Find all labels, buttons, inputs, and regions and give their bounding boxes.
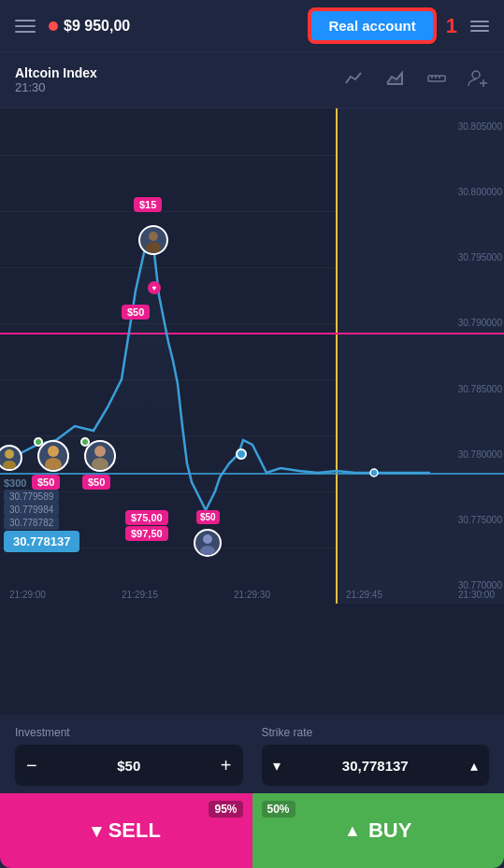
buy-arrow-icon: ▲ <box>344 821 361 841</box>
notification-badge: 1 <box>446 14 457 38</box>
y-label: 30.795000 <box>458 252 502 263</box>
svg-point-10 <box>146 242 161 253</box>
svg-point-11 <box>5 449 14 459</box>
trade-badge-50-spike: $50 <box>122 305 150 320</box>
current-price-box: 30.778137 <box>4 531 79 552</box>
add-person-icon[interactable] <box>467 67 489 93</box>
action-row: 95% ▾ SELL 50% ▲ BUY <box>0 793 504 868</box>
x-label: 21:29:00 <box>9 590 46 600</box>
svg-point-16 <box>92 458 108 470</box>
investment-label: Investment <box>15 726 243 739</box>
y-label: 30.775000 <box>458 515 502 525</box>
strike-rate-up-button[interactable]: ▴ <box>470 757 478 775</box>
real-account-button[interactable]: Real account <box>310 9 434 42</box>
y-label: 30.805000 <box>458 121 502 132</box>
chart-toolbar <box>343 67 489 93</box>
price-stacked-3: 30.778782 <box>4 516 59 530</box>
bottom-controls: Investment − $50 + Strike rate ▾ 30,7781… <box>0 715 504 868</box>
sell-button[interactable]: 95% ▾ SELL <box>0 793 252 868</box>
instrument-time: 21:30 <box>15 80 343 94</box>
sell-percentage: 95% <box>209 801 242 818</box>
avatar-trader-2 <box>37 440 69 472</box>
trade-badge-15: $15 <box>134 197 162 212</box>
chart-area: 30.805000 30.800000 30.795000 30.790000 … <box>0 108 504 604</box>
price-stacked-1: 30.779589 <box>4 490 59 504</box>
buy-button[interactable]: 50% ▲ BUY <box>252 793 505 868</box>
trade-badge-97: $97,50 <box>125 526 168 541</box>
x-axis: 21:29:00 21:29:15 21:29:30 21:29:45 21:3… <box>0 590 504 600</box>
instrument-bar: Altcoin Index 21:30 <box>0 52 504 108</box>
layers-menu-button[interactable] <box>467 17 493 36</box>
x-label: 21:29:30 <box>234 590 270 600</box>
balance-area: $9 950,00 <box>49 18 300 35</box>
trade-badge-50-bottom: $50 <box>196 510 220 524</box>
strike-rate-label: Strike rate <box>262 726 490 739</box>
svg-point-15 <box>94 446 106 457</box>
strike-rate-group: Strike rate ▾ 30,778137 ▴ <box>262 726 490 786</box>
investment-input-row: − $50 + <box>15 745 243 786</box>
svg-point-9 <box>149 232 158 241</box>
trade-badge-50-2: $50 <box>32 475 60 490</box>
strike-rate-input-row: ▾ 30,778137 ▴ <box>262 745 490 786</box>
price-chart-svg <box>0 108 504 604</box>
strike-rate-down-button[interactable]: ▾ <box>273 757 281 775</box>
strike-rate-value: 30,778137 <box>342 758 409 774</box>
ruler-icon[interactable] <box>425 67 448 93</box>
y-label: 30.790000 <box>458 318 502 328</box>
y-label: 30.785000 <box>458 384 502 394</box>
dollar-300-label: $300 <box>4 477 26 489</box>
investment-minus-button[interactable]: − <box>26 756 37 775</box>
area-chart-icon[interactable] <box>384 67 407 93</box>
investment-plus-button[interactable]: + <box>221 756 232 775</box>
line-chart-icon[interactable] <box>343 67 366 93</box>
x-label: 21:29:15 <box>122 590 158 600</box>
svg-rect-0 <box>428 76 445 81</box>
svg-point-17 <box>203 534 212 544</box>
buy-percentage: 50% <box>262 801 295 818</box>
x-label: 21:30:00 <box>458 590 495 600</box>
svg-point-7 <box>237 449 246 459</box>
sell-arrow-icon: ▾ <box>92 819 101 842</box>
avatar-trader-4 <box>194 529 222 557</box>
x-label: 21:29:45 <box>346 590 382 600</box>
svg-point-12 <box>3 461 16 469</box>
price-stacked-2: 30.779984 <box>4 503 59 517</box>
trade-badge-75: $75,00 <box>125 510 168 525</box>
controls-row: Investment − $50 + Strike rate ▾ 30,7781… <box>0 715 504 793</box>
y-label: 30.780000 <box>458 449 502 460</box>
y-label: 30.800000 <box>458 187 502 197</box>
chart-indicator-dot: ♥ <box>148 281 161 294</box>
buy-label: BUY <box>368 818 411 843</box>
svg-point-8 <box>370 469 378 477</box>
investment-group: Investment − $50 + <box>15 726 243 786</box>
trade-badge-50-3: $50 <box>82 475 110 490</box>
green-indicator-2 <box>80 437 90 447</box>
instrument-info: Altcoin Index 21:30 <box>15 65 343 94</box>
instrument-name: Altcoin Index <box>15 65 343 80</box>
avatar-trader-1 <box>138 225 168 255</box>
avatar-trader-3 <box>84 440 116 472</box>
balance-value: $9 950,00 <box>64 18 130 35</box>
app-header: $9 950,00 Real account 1 <box>0 0 504 52</box>
balance-status-dot <box>49 21 58 31</box>
svg-point-4 <box>472 71 480 78</box>
sell-label: SELL <box>108 818 161 843</box>
svg-point-13 <box>48 446 59 457</box>
svg-point-18 <box>200 546 215 555</box>
green-indicator-1 <box>34 437 43 447</box>
investment-value: $50 <box>117 758 140 774</box>
menu-button[interactable] <box>11 16 39 36</box>
svg-point-14 <box>45 458 62 470</box>
